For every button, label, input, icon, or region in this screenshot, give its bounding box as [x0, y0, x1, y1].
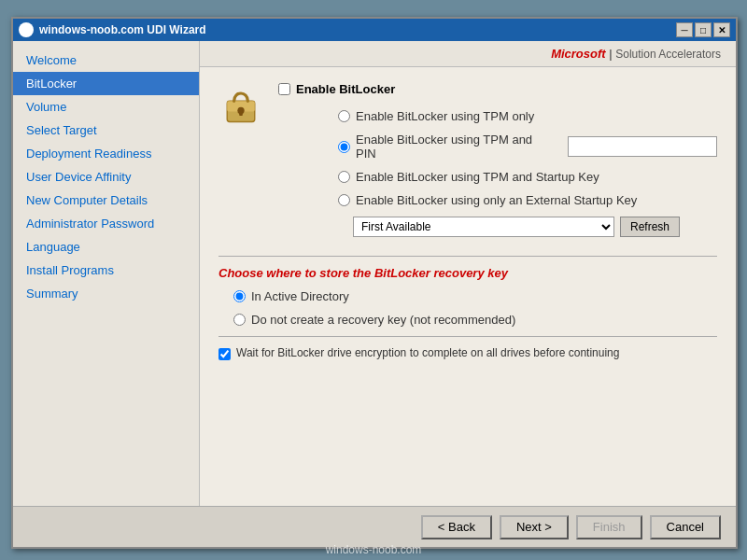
footer-bar: < Back Next > Finish Cancel	[13, 506, 736, 547]
logo-bar: Microsoft | Solution Accelerators	[200, 41, 736, 67]
minimize-button[interactable]: ─	[676, 22, 693, 37]
radio-row-tpm-pin: Enable BitLocker using TPM and PIN	[338, 133, 717, 161]
radio-row-external-key: Enable BitLocker using only an External …	[338, 193, 717, 207]
sidebar-item-welcome[interactable]: Welcome	[13, 49, 199, 72]
sidebar-item-install-programs[interactable]: Install Programs	[13, 259, 199, 282]
radio-tpm-only[interactable]	[338, 110, 350, 122]
radio-tpm-pin[interactable]	[338, 141, 350, 153]
cancel-button[interactable]: Cancel	[650, 515, 721, 539]
wait-checkbox-row: Wait for BitLocker drive encryption to c…	[218, 346, 717, 360]
radio-external-key-label: Enable BitLocker using only an External …	[356, 193, 637, 207]
refresh-button[interactable]: Refresh	[620, 217, 680, 237]
wait-bitlocker-label: Wait for BitLocker drive encryption to c…	[236, 346, 619, 359]
sidebar-item-user-device-affinity[interactable]: User Device Affinity	[13, 165, 199, 189]
svg-rect-3	[239, 110, 243, 116]
radio-tpm-startup-label: Enable BitLocker using TPM and Startup K…	[356, 170, 599, 184]
radio-row-tpm-only: Enable BitLocker using TPM only	[338, 109, 717, 123]
radio-tpm-startup[interactable]	[338, 171, 350, 183]
back-button[interactable]: < Back	[421, 515, 492, 539]
section-header: Enable BitLocker Enable BitLocker using …	[218, 82, 717, 246]
sidebar: Welcome BitLocker Volume Select Target D…	[13, 41, 200, 506]
divider-1	[218, 256, 717, 257]
radio-external-key[interactable]	[338, 194, 350, 206]
sidebar-item-volume[interactable]: Volume	[13, 95, 199, 119]
window-title: windows-noob.com UDI Wizard	[39, 23, 206, 36]
radio-active-directory[interactable]	[233, 290, 246, 302]
finish-button[interactable]: Finish	[576, 515, 642, 539]
sidebar-item-language[interactable]: Language	[13, 235, 199, 259]
sidebar-item-administrator-password[interactable]: Administrator Password	[13, 212, 199, 235]
radio-tpm-only-label: Enable BitLocker using TPM only	[356, 109, 534, 123]
radio-no-recovery[interactable]	[233, 314, 246, 326]
recovery-key-section: Choose where to store the BitLocker reco…	[218, 266, 717, 327]
bitlocker-options: Enable BitLocker using TPM only Enable B…	[338, 109, 717, 237]
radio-row-active-directory: In Active Directory	[233, 289, 717, 303]
sidebar-item-bitlocker[interactable]: BitLocker	[13, 72, 199, 95]
sidebar-item-summary[interactable]: Summary	[13, 282, 199, 305]
radio-row-no-recovery: Do not create a recovery key (not recomm…	[233, 313, 717, 327]
radio-row-tpm-startup: Enable BitLocker using TPM and Startup K…	[338, 170, 717, 184]
window-icon	[19, 22, 34, 37]
radio-tpm-pin-label: Enable BitLocker using TPM and PIN	[356, 133, 555, 161]
right-panel: Microsoft | Solution Accelerators	[200, 41, 736, 506]
bitlocker-options-container: Enable BitLocker Enable BitLocker using …	[278, 82, 717, 246]
sidebar-item-select-target[interactable]: Select Target	[13, 119, 199, 142]
main-window: windows-noob.com UDI Wizard ─ □ ✕ Welcom…	[11, 17, 738, 549]
divider-2	[218, 336, 717, 337]
ms-brand: Microsoft	[551, 47, 606, 61]
pin-input[interactable]	[568, 136, 717, 157]
recovery-key-highlight: BitLocker recovery key	[374, 266, 508, 280]
content-area: Enable BitLocker Enable BitLocker using …	[200, 67, 736, 506]
window-controls: ─ □ ✕	[676, 22, 730, 37]
main-content: Welcome BitLocker Volume Select Target D…	[13, 41, 736, 506]
sidebar-item-new-computer-details[interactable]: New Computer Details	[13, 189, 199, 212]
enable-bitlocker-checkbox[interactable]	[278, 83, 290, 95]
wait-bitlocker-checkbox[interactable]	[218, 348, 231, 360]
title-bar: windows-noob.com UDI Wizard ─ □ ✕	[13, 19, 736, 41]
maximize-button[interactable]: □	[695, 22, 712, 37]
radio-active-directory-label: In Active Directory	[251, 289, 349, 303]
dropdown-refresh-row: First Available Refresh	[353, 217, 717, 237]
recovery-key-title: Choose where to store the BitLocker reco…	[218, 266, 717, 280]
radio-no-recovery-label: Do not create a recovery key (not recomm…	[251, 313, 515, 327]
enable-bitlocker-label: Enable BitLocker	[296, 82, 395, 96]
startup-key-dropdown[interactable]: First Available	[353, 217, 614, 237]
logo-product: Solution Accelerators	[615, 48, 721, 61]
enable-bitlocker-row: Enable BitLocker	[278, 82, 717, 96]
close-button[interactable]: ✕	[713, 22, 730, 37]
bitlocker-icon	[218, 82, 263, 127]
sidebar-item-deployment-readiness[interactable]: Deployment Readiness	[13, 142, 199, 165]
next-button[interactable]: Next >	[500, 515, 569, 539]
